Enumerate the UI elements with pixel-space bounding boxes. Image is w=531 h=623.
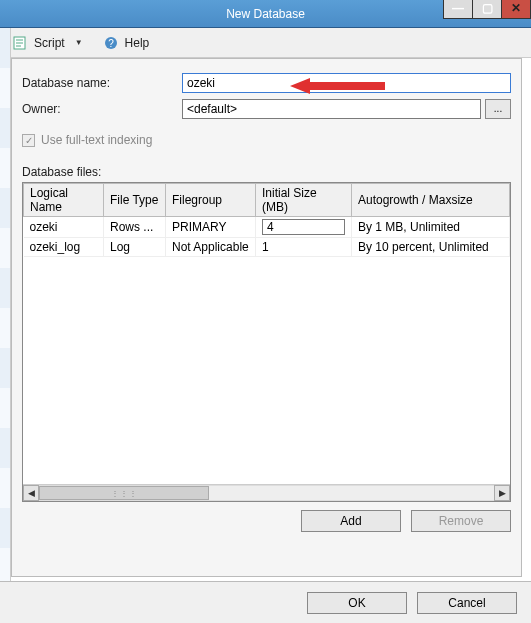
help-button[interactable]: Help <box>125 36 150 50</box>
database-name-input[interactable] <box>182 73 511 93</box>
owner-label: Owner: <box>22 102 182 116</box>
table-row[interactable]: ozeki_log Log Not Applicable 1 By 10 per… <box>24 238 510 257</box>
ok-button[interactable]: OK <box>307 592 407 614</box>
cell-filegroup[interactable]: Not Applicable <box>166 238 256 257</box>
script-dropdown-arrow[interactable]: ▼ <box>75 38 83 47</box>
cell-logical-name[interactable]: ozeki_log <box>24 238 104 257</box>
help-icon: ? <box>103 35 119 51</box>
cell-file-type[interactable]: Log <box>104 238 166 257</box>
scroll-left-arrow[interactable]: ◀ <box>23 485 39 501</box>
cell-logical-name[interactable]: ozeki <box>24 217 104 238</box>
scroll-right-arrow[interactable]: ▶ <box>494 485 510 501</box>
script-button[interactable]: Script <box>34 36 65 50</box>
remove-button[interactable]: Remove <box>411 510 511 532</box>
col-initial-size[interactable]: Initial Size (MB) <box>256 184 352 217</box>
col-logical-name[interactable]: Logical Name <box>24 184 104 217</box>
cell-autogrowth[interactable]: By 10 percent, Unlimited <box>352 238 510 257</box>
table-header-row: Logical Name File Type Filegroup Initial… <box>24 184 510 217</box>
col-filegroup[interactable]: Filegroup <box>166 184 256 217</box>
close-button[interactable]: ✕ <box>501 0 531 19</box>
col-autogrowth[interactable]: Autogrowth / Maxsize <box>352 184 510 217</box>
owner-input[interactable] <box>182 99 481 119</box>
col-file-type[interactable]: File Type <box>104 184 166 217</box>
fulltext-label: Use full-text indexing <box>41 133 152 147</box>
cell-file-type[interactable]: Rows ... <box>104 217 166 238</box>
scroll-thumb[interactable]: ⋮⋮⋮ <box>39 486 209 500</box>
scroll-track[interactable]: ⋮⋮⋮ <box>39 485 494 501</box>
database-files-label: Database files: <box>22 165 511 179</box>
minimize-button[interactable]: — <box>443 0 473 19</box>
database-files-grid[interactable]: Logical Name File Type Filegroup Initial… <box>22 182 511 502</box>
script-icon <box>12 35 28 51</box>
window-controls: — ▢ ✕ <box>444 0 531 19</box>
cell-initial-size[interactable]: 4 <box>256 217 352 238</box>
horizontal-scrollbar[interactable]: ◀ ⋮⋮⋮ ▶ <box>23 484 510 501</box>
add-button[interactable]: Add <box>301 510 401 532</box>
dialog-content: Database name: Owner: ... ✓ Use full-tex… <box>11 58 522 577</box>
owner-browse-button[interactable]: ... <box>485 99 511 119</box>
cancel-button[interactable]: Cancel <box>417 592 517 614</box>
toolbar: Script ▼ ? Help <box>0 28 531 58</box>
database-name-label: Database name: <box>22 76 182 90</box>
table-row[interactable]: ozeki Rows ... PRIMARY 4 By 1 MB, Unlimi… <box>24 217 510 238</box>
cell-autogrowth[interactable]: By 1 MB, Unlimited <box>352 217 510 238</box>
fulltext-checkbox: ✓ <box>22 134 35 147</box>
maximize-button[interactable]: ▢ <box>472 0 502 19</box>
svg-text:?: ? <box>108 38 114 49</box>
cell-filegroup[interactable]: PRIMARY <box>166 217 256 238</box>
cell-initial-size[interactable]: 1 <box>256 238 352 257</box>
left-panel-sliver <box>0 28 11 623</box>
dialog-footer: OK Cancel <box>0 581 531 623</box>
title-bar: New Database — ▢ ✕ <box>0 0 531 28</box>
fulltext-checkbox-row: ✓ Use full-text indexing <box>22 133 511 147</box>
